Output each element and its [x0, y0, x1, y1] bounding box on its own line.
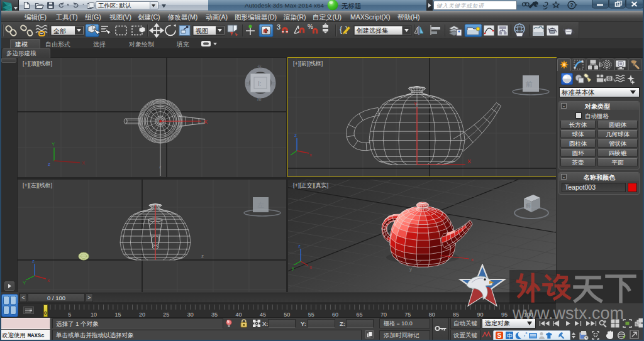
svg-text:x: x	[47, 278, 50, 283]
svg-text:80: 80	[429, 311, 435, 318]
svg-text:y: y	[409, 266, 412, 272]
svg-text:z: z	[159, 165, 162, 169]
svg-text:前: 前	[526, 203, 531, 209]
svg-text:20: 20	[139, 311, 145, 318]
svg-text:85: 85	[453, 311, 459, 318]
svg-text:3: 3	[277, 23, 280, 31]
svg-text:X: X	[204, 119, 208, 125]
svg-text:70: 70	[380, 311, 387, 318]
svg-text:90: 90	[477, 311, 483, 318]
svg-text:z: z	[48, 161, 50, 167]
svg-text:55: 55	[308, 311, 314, 318]
svg-text:65: 65	[356, 311, 362, 318]
svg-text:%: %	[308, 23, 313, 30]
svg-text:左: 左	[257, 201, 264, 208]
svg-text:x: x	[471, 257, 474, 263]
svg-text:视图: 视图	[196, 28, 208, 35]
svg-text:北: 北	[257, 65, 262, 70]
svg-text:{: {	[340, 25, 342, 34]
svg-text:x: x	[309, 152, 312, 158]
svg-text:创建选择集: 创建选择集	[357, 27, 388, 34]
svg-text:95: 95	[501, 311, 508, 318]
svg-text:中: 中	[507, 333, 513, 339]
svg-text:35: 35	[211, 311, 218, 318]
svg-text:z: z	[201, 253, 204, 259]
svg-text:40: 40	[235, 311, 242, 318]
svg-text:南: 南	[257, 97, 262, 101]
svg-text:Y: Y	[414, 101, 418, 107]
svg-text:东: 东	[271, 82, 275, 86]
svg-text:全部: 全部	[53, 28, 66, 35]
svg-text:z: z	[298, 243, 301, 249]
svg-text:西: 西	[245, 82, 250, 87]
svg-text:S: S	[497, 332, 502, 339]
svg-text:75: 75	[404, 311, 411, 318]
svg-text:5: 5	[68, 311, 71, 318]
svg-text:I:: I:	[258, 80, 262, 87]
svg-text:X: X	[467, 158, 471, 165]
svg-text:10: 10	[91, 311, 97, 318]
svg-text:30: 30	[187, 311, 194, 318]
svg-text:60: 60	[332, 311, 338, 318]
svg-text:x: x	[309, 264, 312, 270]
svg-text:z: z	[32, 258, 35, 264]
svg-text:X: X	[82, 160, 86, 166]
svg-text:Y: Y	[52, 141, 55, 147]
svg-text:15: 15	[114, 311, 121, 318]
svg-text:Y: Y	[23, 280, 26, 286]
svg-text:z: z	[294, 133, 297, 138]
svg-text:y: y	[292, 265, 294, 271]
svg-text:前: 前	[525, 80, 533, 88]
svg-text:,°: ,°	[524, 332, 527, 337]
svg-text:25: 25	[163, 311, 169, 318]
svg-text:?: ?	[570, 2, 574, 8]
svg-text:45: 45	[260, 311, 266, 318]
svg-text:50: 50	[284, 311, 290, 318]
